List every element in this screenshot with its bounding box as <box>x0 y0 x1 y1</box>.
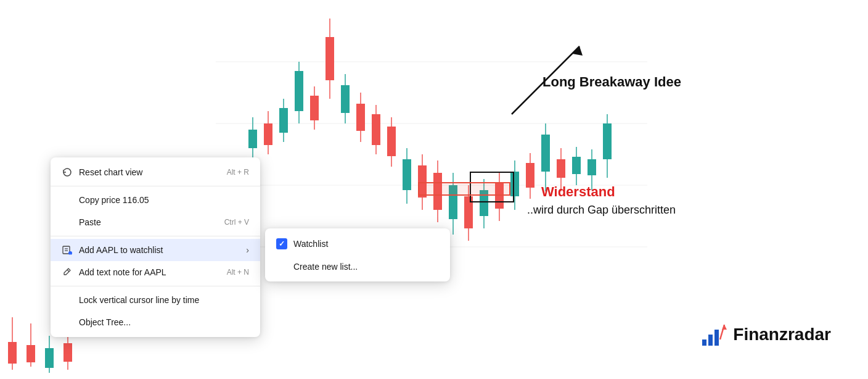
menu-item-reset-chart-view-label: Reset chart view <box>79 167 142 177</box>
watchlist-checkbox-icon <box>276 238 287 249</box>
context-menu: Reset chart view Alt + R Copy price 116.… <box>51 157 260 337</box>
gap-annotation: ..wird durch Gap überschritten <box>527 204 676 217</box>
svg-rect-59 <box>45 348 54 368</box>
menu-item-paste-label: Paste <box>79 217 101 227</box>
svg-rect-9 <box>279 108 288 133</box>
menu-item-add-to-watchlist[interactable]: + Add AAPL to watchlist › <box>51 239 260 261</box>
svg-text:+: + <box>70 252 72 256</box>
resistance-rect-annotation <box>418 182 510 196</box>
watchlist-submenu: Watchlist Create new list... <box>265 228 450 281</box>
svg-rect-5 <box>248 130 257 148</box>
paste-spacer <box>62 217 73 228</box>
svg-rect-49 <box>588 159 596 175</box>
svg-rect-11 <box>295 71 303 111</box>
svg-rect-47 <box>572 157 581 174</box>
logo-area: Finanzradar <box>700 321 831 348</box>
menu-item-lock-vertical-cursor-label: Lock vertical cursor line by time <box>79 295 199 305</box>
svg-rect-51 <box>603 123 612 159</box>
widerstand-annotation: Widerstand <box>541 184 615 200</box>
menu-item-add-text-note-label: Add text note for AAPL <box>79 267 166 277</box>
copy-price-spacer <box>62 194 73 206</box>
svg-rect-61 <box>63 343 72 362</box>
note-icon <box>62 267 73 278</box>
submenu-arrow-icon: › <box>246 245 249 255</box>
menu-item-lock-vertical-cursor[interactable]: Lock vertical cursor line by time <box>51 289 260 311</box>
menu-item-add-text-note-shortcut: Alt + N <box>227 268 249 277</box>
svg-rect-25 <box>403 159 411 190</box>
submenu-item-watchlist-label: Watchlist <box>293 239 328 249</box>
menu-item-paste-shortcut: Ctrl + V <box>224 218 249 227</box>
svg-marker-66 <box>722 325 727 330</box>
finanzradar-icon <box>700 321 727 348</box>
svg-rect-41 <box>526 163 534 188</box>
separator-2 <box>51 236 260 236</box>
svg-rect-64 <box>714 330 719 346</box>
svg-rect-7 <box>264 123 272 145</box>
svg-line-72 <box>67 270 69 272</box>
menu-item-object-tree[interactable]: Object Tree... <box>51 311 260 333</box>
menu-item-copy-price-label: Copy price 116.05 <box>79 195 149 205</box>
long-breakaway-annotation: Long Breakaway Idee <box>542 74 681 90</box>
svg-rect-63 <box>708 335 713 346</box>
separator-1 <box>51 186 260 186</box>
lock-cursor-spacer <box>62 294 73 306</box>
menu-item-reset-chart-view[interactable]: Reset chart view Alt + R <box>51 161 260 183</box>
widerstand-text: Widerstand <box>541 184 615 199</box>
long-breakaway-text: Long Breakaway Idee <box>542 74 681 90</box>
svg-rect-43 <box>541 135 550 172</box>
svg-rect-62 <box>702 339 706 346</box>
reset-icon <box>62 167 73 178</box>
svg-rect-45 <box>557 159 565 178</box>
svg-rect-55 <box>8 342 17 364</box>
menu-item-reset-chart-view-shortcut: Alt + R <box>227 168 249 177</box>
svg-rect-19 <box>356 104 365 131</box>
svg-rect-57 <box>27 345 35 362</box>
logo-text: Finanzradar <box>733 325 831 344</box>
svg-rect-17 <box>341 85 350 113</box>
svg-rect-13 <box>310 96 319 120</box>
watchlist-icon: + <box>62 244 73 256</box>
submenu-item-create-new-list[interactable]: Create new list... <box>265 256 450 278</box>
object-tree-spacer <box>62 317 73 328</box>
svg-rect-23 <box>387 127 396 156</box>
svg-rect-21 <box>372 114 380 145</box>
separator-3 <box>51 286 260 286</box>
gap-text: ..wird durch Gap überschritten <box>527 204 676 216</box>
submenu-item-create-new-list-label: Create new list... <box>293 262 358 272</box>
menu-item-copy-price[interactable]: Copy price 116.05 <box>51 189 260 211</box>
menu-item-add-to-watchlist-label: Add AAPL to watchlist <box>79 245 163 255</box>
menu-item-object-tree-label: Object Tree... <box>79 317 131 327</box>
menu-item-paste[interactable]: Paste Ctrl + V <box>51 211 260 233</box>
svg-rect-15 <box>326 37 334 80</box>
submenu-item-watchlist[interactable]: Watchlist <box>265 232 450 256</box>
menu-item-add-text-note[interactable]: Add text note for AAPL Alt + N <box>51 261 260 283</box>
